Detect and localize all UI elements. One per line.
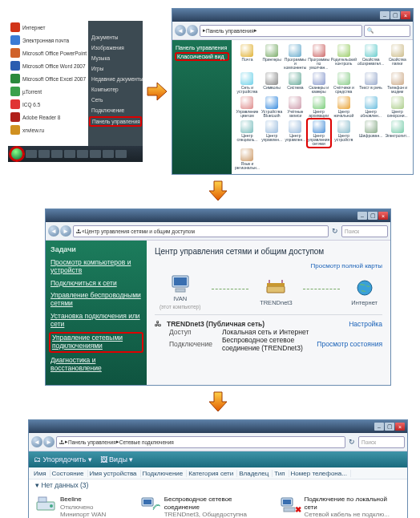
sidebar-link[interactable]: Диагностика и восстановление bbox=[50, 354, 142, 375]
control-panel-item[interactable]: Шифрован... bbox=[357, 119, 384, 147]
control-panel-item[interactable]: Сеть и устройства bbox=[235, 71, 260, 95]
start-menu-program[interactable]: Интернет bbox=[8, 21, 88, 34]
control-panel-item[interactable]: Счётчики и средства bbox=[331, 71, 357, 95]
taskbar-item[interactable] bbox=[103, 150, 114, 158]
control-panel-item[interactable]: Язык и региональн... bbox=[235, 148, 260, 171]
minimize-button[interactable]: – bbox=[357, 212, 367, 220]
taskbar-item[interactable] bbox=[115, 150, 127, 158]
minimize-button[interactable]: – bbox=[380, 11, 390, 19]
control-panel-item[interactable]: Устройства Bluetooth bbox=[260, 95, 283, 119]
control-panel-item[interactable]: Электропит... bbox=[385, 119, 410, 147]
control-panel-item[interactable]: Сканеры и камеры bbox=[308, 71, 330, 95]
column-header[interactable]: Подключение bbox=[143, 470, 188, 477]
control-panel-item-network-center[interactable]: Центр управления сетями bbox=[306, 118, 332, 148]
search-input[interactable]: Поиск bbox=[358, 436, 405, 448]
start-menu-place[interactable]: Музыка bbox=[88, 53, 143, 63]
sidebar-link[interactable]: Управление беспроводными сетями bbox=[50, 289, 142, 310]
start-menu-control-panel[interactable]: Панель управления bbox=[89, 116, 142, 127]
column-header[interactable]: Имя устройства bbox=[90, 470, 141, 477]
start-menu-program[interactable]: xnview.ru bbox=[8, 123, 88, 136]
start-menu-program[interactable]: Microsoft Office PowerPoint 2007 bbox=[8, 47, 88, 59]
control-panel-item[interactable]: Телефон и модем bbox=[385, 71, 410, 95]
control-panel-item[interactable]: Текст в речь bbox=[357, 71, 384, 95]
control-panel-item[interactable]: Центр архивации bbox=[308, 95, 330, 119]
start-menu-place[interactable]: Подключение bbox=[88, 105, 143, 115]
control-panel-item[interactable]: Почта bbox=[235, 43, 260, 71]
start-menu-place[interactable]: Недавние документы bbox=[88, 74, 143, 84]
control-panel-item[interactable]: Система bbox=[284, 71, 306, 95]
column-header[interactable]: Категория сети bbox=[188, 470, 237, 477]
status-link[interactable]: Просмотр состояния bbox=[317, 340, 382, 348]
connection-item[interactable]: BeelineОтключеноМинипорт WAN (PPTP) bbox=[35, 496, 128, 518]
column-header[interactable]: Тип bbox=[274, 470, 289, 477]
search-input[interactable]: Поиск bbox=[341, 225, 388, 237]
maximize-button[interactable]: ▢ bbox=[385, 423, 394, 431]
column-header[interactable]: Номер телефона... bbox=[291, 470, 351, 477]
column-header[interactable]: Состояние bbox=[52, 470, 88, 477]
start-menu-program[interactable]: Microsoft Office Excel 2007 bbox=[8, 72, 88, 85]
organize-button[interactable]: 🗂 Упорядочить ▾ bbox=[34, 455, 92, 463]
control-panel-item[interactable]: Учётные записи bbox=[284, 95, 306, 119]
maximize-button[interactable]: ▢ bbox=[390, 11, 400, 19]
control-panel-item[interactable]: Центр управлен... bbox=[284, 119, 306, 147]
taskbar-item[interactable] bbox=[90, 150, 101, 158]
start-menu-place[interactable]: Игры bbox=[88, 63, 143, 74]
taskbar-item[interactable] bbox=[64, 150, 75, 158]
column-header[interactable]: Владелец bbox=[239, 470, 273, 477]
forward-button[interactable]: ► bbox=[43, 436, 55, 447]
start-menu-program[interactable]: Microsoft Office Word 2007 bbox=[8, 59, 88, 72]
control-panel-item[interactable]: Символы bbox=[260, 71, 283, 95]
maximize-button[interactable]: ▢ bbox=[368, 212, 378, 220]
back-button[interactable]: ◄ bbox=[31, 436, 42, 447]
search-input[interactable]: 🔍 bbox=[364, 25, 410, 37]
control-panel-item[interactable]: Программы и компоненты bbox=[284, 43, 306, 71]
start-menu-place[interactable]: Сеть bbox=[88, 95, 143, 105]
control-panel-item[interactable]: Принтеры bbox=[260, 43, 283, 71]
control-panel-item[interactable]: Центр управлен... bbox=[260, 119, 283, 147]
start-menu-program[interactable]: µTorrent bbox=[8, 85, 88, 98]
control-panel-item[interactable]: Свойства обозревател... bbox=[357, 43, 384, 71]
close-button[interactable]: × bbox=[395, 423, 405, 431]
address-bar[interactable]: ▸ Панель управления ▸ bbox=[200, 25, 362, 37]
control-panel-item[interactable]: Программы по умолчан... bbox=[308, 43, 330, 71]
group-header[interactable]: ▾ Нет данных (3) bbox=[29, 480, 407, 491]
start-menu-place[interactable]: Компьютер bbox=[88, 84, 143, 95]
forward-button[interactable]: ► bbox=[187, 25, 198, 36]
close-button[interactable]: × bbox=[401, 11, 410, 19]
sidebar-link-manage-connections[interactable]: Управление сетевыми подключениями bbox=[49, 332, 143, 353]
control-panel-item[interactable]: Свойства папки bbox=[385, 43, 410, 71]
sidebar-link[interactable]: Установка подключения или сети bbox=[50, 310, 142, 331]
column-header[interactable]: Имя bbox=[34, 470, 50, 477]
minimize-button[interactable]: – bbox=[374, 423, 384, 431]
close-button[interactable]: × bbox=[378, 212, 388, 220]
taskbar-item[interactable] bbox=[77, 150, 88, 158]
taskbar-item[interactable] bbox=[51, 150, 63, 158]
address-bar[interactable]: 🖧 ▸ Панель управления ▸ Сетевые подключе… bbox=[56, 436, 345, 448]
forward-button[interactable]: ► bbox=[60, 225, 71, 237]
sidebar-item-classic-view[interactable]: Классический вид bbox=[175, 52, 229, 61]
taskbar-item[interactable] bbox=[38, 150, 50, 158]
control-panel-item[interactable]: Центр начальной bbox=[331, 95, 357, 119]
start-menu-program[interactable]: ICQ 6.5 bbox=[8, 98, 88, 111]
start-menu-place[interactable]: Документы bbox=[88, 32, 143, 42]
view-full-map-link[interactable]: Просмотр полной карты bbox=[311, 262, 382, 269]
start-menu-program[interactable]: Adobe Reader 8 bbox=[8, 111, 88, 123]
column-headers[interactable]: ИмяСостояниеИмя устройстваПодключениеКат… bbox=[29, 467, 407, 480]
connection-item[interactable]: Беспроводное сетевое соединениеTRENDnet3… bbox=[139, 496, 269, 518]
taskbar-item[interactable] bbox=[26, 150, 37, 158]
start-button[interactable] bbox=[10, 147, 24, 161]
control-panel-item[interactable]: Родительский контроль bbox=[331, 43, 357, 71]
start-menu-program[interactable]: Электронная почта bbox=[8, 34, 88, 47]
control-panel-item[interactable]: Центр устройств bbox=[331, 119, 357, 147]
address-bar[interactable]: 🖧 « Центр управления сетями и общим дост… bbox=[73, 225, 329, 237]
control-panel-item[interactable]: Центр обновлен... bbox=[357, 95, 384, 119]
sidebar-link[interactable]: Просмотр компьютеров и устройств bbox=[50, 257, 142, 277]
connection-item[interactable]: ✖Подключение по локальной сетиСетевой ка… bbox=[279, 496, 401, 518]
control-panel-item[interactable]: Управление цветом bbox=[235, 95, 260, 119]
sidebar-item[interactable]: Панель управления bbox=[175, 43, 229, 52]
start-menu-place[interactable]: Изображения bbox=[88, 42, 143, 53]
back-button[interactable]: ◄ bbox=[175, 25, 186, 36]
back-button[interactable]: ◄ bbox=[48, 225, 59, 237]
views-button[interactable]: 🖼 Виды ▾ bbox=[100, 455, 134, 463]
customize-link[interactable]: Настройка bbox=[349, 320, 382, 328]
